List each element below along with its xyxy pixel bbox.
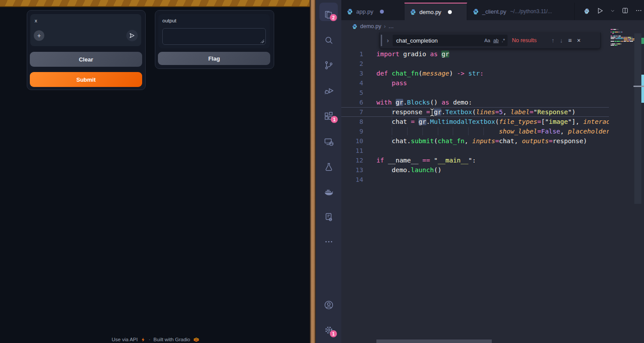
- vertical-scrollbar[interactable]: [634, 33, 641, 204]
- footer-separator: ·: [149, 337, 150, 342]
- code-line[interactable]: 4 pass: [341, 78, 609, 88]
- debug-icon: [323, 85, 334, 96]
- modified-dot[interactable]: [448, 10, 452, 14]
- remote-monitor-icon: [323, 136, 334, 147]
- code-text: demo.launch(): [376, 165, 441, 175]
- whole-word-toggle[interactable]: ab: [493, 38, 498, 43]
- line-number: 4: [341, 78, 363, 88]
- sidebar-item-remote-explorer[interactable]: [316, 130, 341, 152]
- modified-dot[interactable]: [380, 10, 384, 14]
- code-line[interactable]: 14: [341, 175, 609, 184]
- run-button[interactable]: [596, 7, 604, 14]
- submit-button[interactable]: Submit: [30, 72, 142, 87]
- multimodal-textbox[interactable]: x +: [30, 14, 141, 46]
- find-in-selection-button[interactable]: ≡: [568, 37, 572, 44]
- code-line[interactable]: 1import gradio as gr: [341, 49, 609, 59]
- code-text: with gr.Blocks() as demo:: [376, 97, 472, 107]
- flag-button[interactable]: Flag: [158, 52, 270, 65]
- window-divider[interactable]: [310, 0, 316, 343]
- built-with-gradio-link[interactable]: Built with Gradio: [154, 337, 190, 342]
- tab-app-py[interactable]: app.py: [341, 3, 404, 20]
- code-line[interactable]: 7 response = gr.Textbox(lines=5, label="…: [341, 107, 609, 117]
- horizontal-scrollbar[interactable]: [376, 339, 492, 343]
- find-close-button[interactable]: ×: [577, 37, 580, 44]
- sidebar-item-docker[interactable]: [316, 181, 341, 203]
- code-text: chat = gr.MultimodalTextbox(file_types=[…: [376, 117, 609, 126]
- line-number: 6: [341, 97, 363, 107]
- editor-group: app.py demo.py _client.py ~/.../python3.…: [341, 0, 644, 343]
- code-line[interactable]: 13 demo.launch(): [341, 165, 609, 175]
- sidebar-item-more[interactable]: [316, 231, 341, 253]
- split-editor-button[interactable]: [622, 7, 629, 14]
- code-line[interactable]: 6with gr.Blocks() as demo:: [341, 97, 609, 107]
- plus-icon: +: [37, 32, 41, 39]
- python-icon: [410, 9, 416, 15]
- sidebar-item-cpp-tools[interactable]: [316, 206, 341, 228]
- match-case-toggle[interactable]: Aa: [484, 38, 490, 43]
- run-dropdown-chevron-icon[interactable]: [610, 8, 615, 13]
- line-number: 2: [341, 59, 363, 69]
- send-arrow-icon: [129, 32, 135, 39]
- output-textarea[interactable]: [162, 28, 266, 45]
- python-icon: [352, 24, 358, 29]
- code-line[interactable]: 5: [341, 88, 609, 97]
- regex-toggle[interactable]: .*: [502, 38, 505, 43]
- screen: x + Clear Submit output: [0, 0, 644, 343]
- code-line[interactable]: 2: [341, 59, 609, 69]
- python-icon: [584, 8, 590, 14]
- sidebar-item-run-debug[interactable]: [316, 79, 341, 101]
- code-line[interactable]: 10 chat.submit(chat_fn, inputs=chat, out…: [341, 136, 609, 146]
- code-line[interactable]: 9 show_label=False, placeholder=: [341, 126, 609, 136]
- code-line[interactable]: 3def chat_fn(message) -> str:: [341, 69, 609, 78]
- line-number: 3: [341, 69, 363, 78]
- tab-client-py[interactable]: _client.py ~/.../python3.11/...: [467, 3, 575, 20]
- find-widget: › chat_completion Aa ab .* No results ↑ …: [379, 32, 601, 49]
- tab-demo-py[interactable]: demo.py: [404, 3, 467, 20]
- use-via-api-link[interactable]: Use via API: [111, 337, 137, 342]
- code-text: chat.submit(chat_fn, inputs=chat, output…: [376, 136, 587, 146]
- python-icon: [347, 8, 353, 15]
- sidebar-item-source-control[interactable]: [316, 54, 341, 76]
- breadcrumb-separator: ›: [384, 23, 386, 29]
- more-actions-button[interactable]: [635, 7, 642, 14]
- find-next-button[interactable]: ↓: [560, 37, 563, 44]
- sidebar-item-search[interactable]: [316, 29, 341, 51]
- find-query[interactable]: chat_completion: [396, 37, 438, 44]
- line-number: 8: [341, 117, 363, 126]
- attach-plus-button[interactable]: +: [34, 30, 44, 41]
- sidebar-item-testing[interactable]: [316, 156, 341, 178]
- find-previous-button[interactable]: ↑: [551, 37, 555, 44]
- clear-button[interactable]: Clear: [30, 52, 142, 67]
- breadcrumb-more[interactable]: …: [388, 23, 394, 29]
- python-icon: [472, 8, 479, 15]
- account-button[interactable]: [316, 294, 341, 316]
- output-label: output: [162, 18, 176, 23]
- minimap[interactable]: [611, 26, 638, 176]
- docker-whale-icon: [323, 187, 334, 198]
- code-line[interactable]: 8 chat = gr.MultimodalTextbox(file_types…: [341, 117, 609, 126]
- beaker-icon: [323, 162, 334, 173]
- code-line[interactable]: 11: [341, 146, 609, 155]
- find-resize-sash[interactable]: [381, 35, 382, 46]
- line-number: 13: [341, 165, 363, 175]
- code-text: import gradio as gr: [376, 49, 449, 59]
- gradio-footer: Use via API · Built with Gradio: [0, 337, 311, 342]
- resize-handle[interactable]: [260, 39, 264, 43]
- settings-button[interactable]: [316, 319, 341, 341]
- sidebar-item-explorer[interactable]: [316, 4, 341, 25]
- toggle-replace-chevron[interactable]: ›: [385, 37, 391, 44]
- output-card: output Flag: [155, 10, 274, 69]
- ellipsis-icon: [323, 236, 334, 247]
- code-text: pass: [376, 78, 407, 88]
- input-card: x + Clear Submit: [27, 10, 146, 90]
- sidebar-item-extensions[interactable]: [316, 105, 341, 127]
- line-number: 11: [341, 146, 363, 155]
- send-button[interactable]: [126, 30, 138, 41]
- explorer-badge: 2: [330, 14, 337, 21]
- breadcrumb-file[interactable]: demo.py: [360, 23, 381, 29]
- line-number: 9: [341, 126, 363, 136]
- breadcrumb: demo.py › …: [341, 20, 644, 32]
- line-number: 7: [341, 107, 363, 117]
- code-line[interactable]: 12if __name__ == "__main__":: [341, 155, 609, 165]
- find-input[interactable]: chat_completion Aa ab .*: [393, 35, 508, 46]
